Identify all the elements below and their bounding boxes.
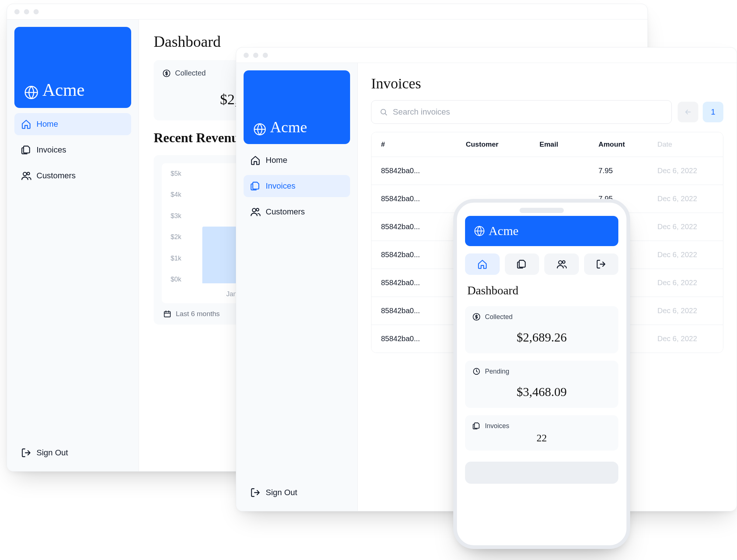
- cell-date: Dec 6, 2022: [657, 279, 723, 287]
- globe-icon: [24, 85, 39, 100]
- sidebar-item-label: Invoices: [36, 145, 66, 155]
- sidebar-item-label: Home: [266, 155, 287, 165]
- window-control-dot[interactable]: [263, 53, 268, 58]
- collected-label: Collected: [485, 313, 513, 321]
- search-placeholder: Search invoices: [393, 107, 450, 117]
- table-row[interactable]: 85842ba0... 7.95 Dec 6, 2022: [371, 157, 723, 185]
- window-control-dot[interactable]: [34, 9, 39, 14]
- sidebar-item-customers[interactable]: Customers: [14, 165, 131, 187]
- invoices-count-card: Invoices 22: [465, 415, 618, 451]
- sidebar-item-label: Customers: [36, 171, 76, 181]
- search-icon: [380, 108, 388, 116]
- search-input[interactable]: Search invoices: [371, 100, 672, 124]
- users-icon: [250, 207, 261, 217]
- arrow-left-icon: [684, 108, 692, 116]
- svg-point-7: [256, 209, 259, 211]
- sidebar-item-home[interactable]: Home: [244, 149, 350, 171]
- home-icon: [250, 155, 261, 165]
- window-titlebar: [236, 48, 737, 63]
- home-icon: [21, 119, 31, 129]
- users-icon: [21, 171, 31, 181]
- brand-name: Acme: [489, 224, 518, 238]
- chart-y-axis: $5k $4k $3k $2k $1k $0k: [171, 170, 181, 283]
- document-duplicate-icon: [250, 181, 261, 191]
- sidebar-item-customers[interactable]: Customers: [244, 201, 350, 223]
- col-id: #: [381, 140, 466, 148]
- home-icon: [477, 259, 488, 269]
- sidebar-item-invoices[interactable]: Invoices: [244, 175, 350, 197]
- sidebar-item-label: Invoices: [266, 181, 296, 191]
- col-email: Email: [539, 140, 598, 148]
- brand-logo[interactable]: Acme: [14, 27, 131, 108]
- globe-icon: [474, 225, 485, 237]
- prev-page-button[interactable]: [678, 102, 698, 122]
- page-number: 1: [711, 107, 715, 117]
- cell-date: Dec 6, 2022: [657, 223, 723, 231]
- svg-point-10: [559, 261, 562, 264]
- document-duplicate-icon: [472, 422, 481, 430]
- pagination: 1: [678, 102, 723, 122]
- window-titlebar: [7, 4, 647, 20]
- svg-point-2: [27, 172, 29, 175]
- sidebar: Acme Home Invoices Customers Si: [236, 63, 358, 511]
- cell-date: Dec 6, 2022: [657, 307, 723, 315]
- sidebar-item-label: Customers: [266, 207, 305, 217]
- collected-label: Collected: [175, 69, 206, 77]
- chart-footer-label: Last 6 months: [176, 310, 220, 318]
- cell-date: Dec 6, 2022: [657, 167, 723, 175]
- cell-amount: 7.95: [598, 167, 657, 175]
- mobile-device: Acme Dashboard Collected $2,689.26: [453, 199, 630, 549]
- calendar-icon: [163, 310, 171, 318]
- globe-icon: [253, 123, 266, 136]
- sign-out-label: Sign Out: [266, 488, 297, 497]
- svg-point-11: [562, 261, 565, 263]
- pending-value: $3,468.09: [472, 375, 611, 401]
- clock-icon: [472, 367, 481, 375]
- tab-customers[interactable]: [544, 253, 579, 275]
- users-icon: [556, 259, 567, 269]
- sign-out-label: Sign Out: [36, 448, 68, 458]
- currency-dollar-icon: [163, 69, 171, 77]
- brand-logo[interactable]: Acme: [465, 216, 618, 246]
- window-control-dot[interactable]: [24, 9, 29, 14]
- sidebar-item-invoices[interactable]: Invoices: [14, 139, 131, 161]
- sign-out-icon: [250, 487, 261, 498]
- pending-label: Pending: [485, 368, 509, 375]
- invoices-count-value: 22: [472, 430, 611, 444]
- tab-sign-out[interactable]: [584, 253, 619, 275]
- sign-out-button[interactable]: Sign Out: [244, 482, 350, 504]
- svg-point-6: [252, 209, 256, 212]
- currency-dollar-icon: [472, 313, 481, 321]
- col-customer: Customer: [466, 140, 539, 148]
- svg-point-8: [381, 109, 386, 114]
- cell-id: 85842ba0...: [381, 195, 466, 203]
- document-duplicate-icon: [21, 145, 31, 155]
- window-control-dot[interactable]: [14, 9, 20, 14]
- phone-speaker: [520, 208, 564, 213]
- sign-out-button[interactable]: Sign Out: [14, 442, 131, 464]
- svg-point-1: [23, 172, 27, 176]
- cell-date: Dec 6, 2022: [657, 251, 723, 259]
- col-amount: Amount: [598, 140, 657, 148]
- window-control-dot[interactable]: [253, 53, 258, 58]
- tab-invoices[interactable]: [505, 253, 539, 275]
- sidebar-item-label: Home: [36, 119, 58, 129]
- col-date: Date: [657, 140, 723, 148]
- pending-card: Pending $3,468.09: [465, 361, 618, 408]
- tab-home[interactable]: [465, 253, 500, 275]
- cell-date: Dec 6, 2022: [657, 195, 723, 203]
- nav: Home Invoices Customers: [14, 113, 131, 187]
- table-header: # Customer Email Amount Date: [371, 132, 723, 157]
- page-title: Dashboard: [465, 282, 618, 299]
- collected-value: $2,689.26: [472, 321, 611, 347]
- mobile-nav: [465, 253, 618, 275]
- svg-rect-4: [164, 312, 171, 317]
- sidebar-item-home[interactable]: Home: [14, 113, 131, 135]
- brand-logo[interactable]: Acme: [244, 70, 350, 144]
- cell-date: Dec 6, 2022: [657, 335, 723, 343]
- page-number-button[interactable]: 1: [703, 102, 723, 122]
- sign-out-icon: [21, 448, 31, 458]
- sidebar: Acme Home Invoices Customers Si: [7, 20, 139, 471]
- window-control-dot[interactable]: [244, 53, 249, 58]
- home-indicator-bar: [465, 462, 618, 484]
